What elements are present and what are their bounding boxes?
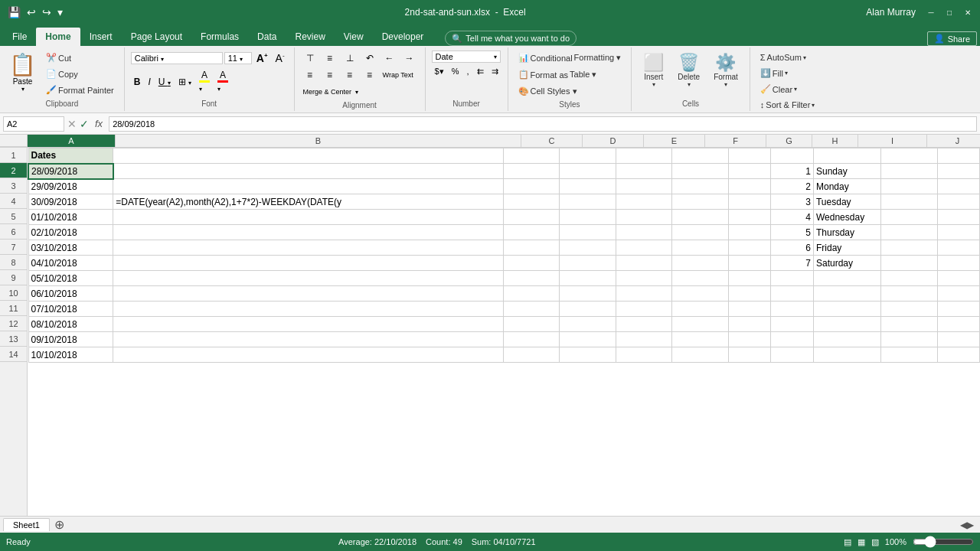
cell-G4[interactable] [728,194,770,210]
increase-font-button[interactable]: A+ [253,51,271,66]
cell-A10[interactable]: 06/10/2018 [28,286,113,302]
cell-C4[interactable] [503,194,559,210]
save-icon[interactable]: 💾 [6,5,22,20]
cell-H12[interactable] [771,317,814,332]
cell-F4[interactable] [672,194,728,210]
scroll-right-icon[interactable]: ▶ [967,520,974,530]
cell-E14[interactable] [616,347,671,363]
autosum-button[interactable]: Σ AutoSum ▾ [756,51,810,64]
align-top-button[interactable]: ⊤ [301,51,319,66]
justify-button[interactable]: ≡ [361,67,379,83]
col-header-H[interactable]: H [812,135,858,147]
cell-H9[interactable] [771,271,814,286]
page-break-icon[interactable]: ▧ [871,537,879,547]
sheet-tab-sheet1[interactable]: Sheet1 [3,518,50,531]
format-as-table-button[interactable]: 📋 Format as Table ▾ [514,67,601,82]
tab-developer[interactable]: Developer [373,28,433,46]
scroll-left-icon[interactable]: ◀ [960,520,967,530]
cell-G1[interactable] [728,148,770,164]
percent-button[interactable]: % [449,65,462,78]
cell-B3[interactable] [113,179,504,194]
formula-input[interactable] [109,116,977,132]
bold-button[interactable]: B [131,75,144,89]
cell-J8[interactable] [881,256,937,271]
cell-I8[interactable]: Saturday [813,256,880,271]
indent-decrease-button[interactable]: ← [381,51,399,66]
cell-F12[interactable] [672,317,728,332]
cell-J11[interactable] [881,302,937,317]
cell-A4[interactable]: 30/09/2018 [28,194,113,210]
cell-K13[interactable] [937,332,979,347]
col-header-F[interactable]: F [705,135,766,147]
cell-B5[interactable] [113,210,504,225]
tab-view[interactable]: View [335,28,373,46]
cell-H1[interactable] [771,148,814,164]
normal-view-icon[interactable]: ▤ [844,537,851,547]
cell-B8[interactable] [113,256,504,271]
cell-E4[interactable] [616,194,671,210]
cell-D12[interactable] [560,317,616,332]
share-button[interactable]: 👤 Share [927,31,977,46]
cancel-formula-button[interactable]: ✕ [67,118,77,130]
cell-E11[interactable] [616,302,671,317]
cell-E10[interactable] [616,286,671,302]
conditional-formatting-button[interactable]: 📊 Conditional Formatting ▾ [514,51,626,65]
tab-home[interactable]: Home [36,28,80,46]
minimize-button[interactable]: ─ [925,6,937,18]
cell-G13[interactable] [728,332,770,347]
cell-B12[interactable] [113,317,504,332]
cell-J4[interactable] [881,194,937,210]
row-header-4[interactable]: 4 [0,194,27,209]
row-header-11[interactable]: 11 [0,301,27,316]
cell-I12[interactable] [813,317,880,332]
cell-G7[interactable] [728,240,770,256]
cell-J1[interactable] [881,148,937,164]
cell-D3[interactable] [560,179,616,194]
cell-K6[interactable] [937,225,979,240]
underline-button[interactable]: U ▾ [155,75,174,89]
cell-H8[interactable]: 7 [771,256,814,271]
cell-D9[interactable] [560,271,616,286]
col-header-A[interactable]: A [28,135,116,147]
cell-I11[interactable] [813,302,880,317]
cell-I6[interactable]: Thursday [813,225,880,240]
cell-A13[interactable]: 09/10/2018 [28,332,113,347]
cell-I2[interactable]: Sunday [813,164,880,179]
add-sheet-button[interactable]: ⊕ [51,517,67,532]
cell-I7[interactable]: Friday [813,240,880,256]
indent-increase-button[interactable]: → [400,51,419,66]
cell-K5[interactable] [937,210,979,225]
cell-C3[interactable] [503,179,559,194]
cell-A7[interactable]: 03/10/2018 [28,240,113,256]
paste-button[interactable]: 📋 Paste ▾ [6,51,39,94]
fill-button[interactable]: ⬇️ Fill ▾ [756,66,792,80]
cell-K2[interactable] [937,164,979,179]
align-bottom-button[interactable]: ⊥ [341,51,359,66]
cell-C8[interactable] [503,256,559,271]
cell-E5[interactable] [616,210,671,225]
cell-C7[interactable] [503,240,559,256]
row-header-9[interactable]: 9 [0,270,27,285]
cell-C9[interactable] [503,271,559,286]
cell-J14[interactable] [881,347,937,363]
cell-A6[interactable]: 02/10/2018 [28,225,113,240]
merge-center-button[interactable]: Merge & Center [301,84,354,99]
cell-C14[interactable] [503,347,559,363]
cell-I10[interactable] [813,286,880,302]
cell-F1[interactable] [672,148,728,164]
cell-K3[interactable] [937,179,979,194]
cell-B7[interactable] [113,240,504,256]
tab-file[interactable]: File [3,28,36,46]
cell-H10[interactable] [771,286,814,302]
cell-K8[interactable] [937,256,979,271]
cell-E3[interactable] [616,179,671,194]
cell-H11[interactable] [771,302,814,317]
cell-K9[interactable] [937,271,979,286]
cell-J9[interactable] [881,271,937,286]
cell-J13[interactable] [881,332,937,347]
cell-B1[interactable] [113,148,504,164]
font-name-input[interactable]: Calibri ▾ [131,52,223,64]
cell-K10[interactable] [937,286,979,302]
increase-decimal-button[interactable]: ⇉ [488,65,501,78]
row-header-5[interactable]: 5 [0,209,27,224]
